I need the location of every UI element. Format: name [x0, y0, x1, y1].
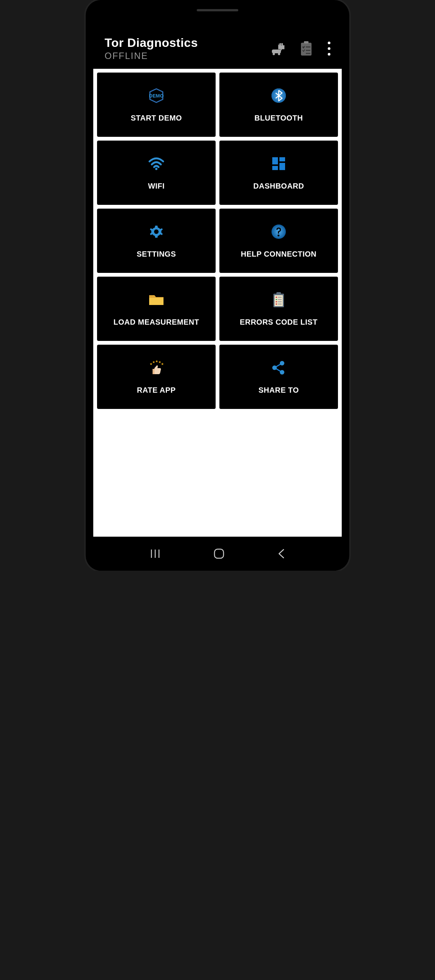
wifi-icon — [148, 155, 165, 172]
svg-point-5 — [278, 53, 280, 55]
svg-text:★: ★ — [155, 360, 158, 363]
dashboard-icon — [271, 155, 286, 172]
tile-label: ERRORS CODE LIST — [240, 318, 318, 326]
tile-label: HELP CONNECTION — [241, 250, 316, 259]
home-button[interactable] — [213, 548, 225, 559]
svg-point-44 — [272, 366, 277, 370]
svg-rect-27 — [276, 297, 277, 298]
svg-rect-9 — [306, 46, 310, 48]
rate-app-tile[interactable]: ★ ★ ★ ★ ★ RATE APP — [97, 345, 216, 409]
svg-point-15 — [155, 168, 157, 170]
tile-label: RATE APP — [137, 386, 176, 395]
svg-rect-1 — [280, 43, 281, 46]
clipboard-errors-icon — [272, 291, 286, 308]
empty-space — [97, 409, 338, 533]
share-to-tile[interactable]: SHARE TO — [219, 345, 338, 409]
svg-rect-17 — [279, 157, 285, 161]
rate-icon: ★ ★ ★ ★ ★ — [147, 360, 165, 376]
svg-point-22 — [278, 234, 279, 236]
svg-text:★: ★ — [152, 360, 155, 364]
gear-icon — [149, 223, 164, 240]
svg-point-20 — [154, 229, 159, 234]
svg-rect-16 — [272, 157, 278, 164]
svg-rect-40 — [152, 369, 154, 374]
screen: Tor Diagnostics OFFLINE — [93, 8, 342, 571]
header-actions — [270, 40, 330, 57]
menu-grid: DEMO START DEMO BLUETOOTH — [97, 73, 338, 409]
svg-rect-34 — [278, 304, 282, 305]
dashboard-tile[interactable]: DASHBOARD — [219, 141, 338, 205]
svg-text:★: ★ — [161, 362, 164, 366]
tile-label: START DEMO — [131, 114, 182, 123]
svg-rect-11 — [306, 53, 310, 54]
connection-status: OFFLINE — [105, 51, 198, 61]
svg-point-4 — [273, 53, 275, 55]
app-header: Tor Diagnostics OFFLINE — [93, 30, 342, 69]
svg-rect-31 — [276, 301, 277, 302]
svg-rect-0 — [279, 46, 284, 49]
main-content: DEMO START DEMO BLUETOOTH — [93, 69, 342, 537]
svg-rect-26 — [276, 292, 281, 295]
svg-rect-8 — [304, 41, 308, 43]
svg-rect-19 — [279, 163, 285, 170]
svg-rect-30 — [278, 299, 282, 300]
tile-label: SETTINGS — [137, 250, 176, 259]
demo-icon: DEMO — [147, 87, 166, 104]
header-titles: Tor Diagnostics OFFLINE — [105, 36, 198, 61]
svg-rect-3 — [272, 49, 281, 53]
svg-text:DEMO: DEMO — [149, 93, 164, 99]
svg-rect-29 — [276, 299, 277, 300]
errors-code-list-tile[interactable]: ERRORS CODE LIST — [219, 277, 338, 341]
bluetooth-icon — [271, 87, 286, 104]
svg-point-45 — [280, 370, 284, 375]
tile-label: LOAD MEASUREMENT — [114, 318, 199, 326]
svg-rect-23 — [149, 298, 164, 305]
tile-label: SHARE TO — [259, 386, 299, 395]
tile-label: DASHBOARD — [253, 182, 304, 191]
help-connection-tile[interactable]: HELP CONNECTION — [219, 208, 338, 273]
folder-icon — [148, 291, 165, 308]
tile-label: BLUETOOTH — [254, 114, 303, 123]
settings-tile[interactable]: SETTINGS — [97, 208, 216, 273]
svg-rect-49 — [214, 549, 224, 558]
recents-button[interactable] — [150, 549, 160, 558]
svg-rect-2 — [282, 43, 283, 46]
load-measurement-tile[interactable]: LOAD MEASUREMENT — [97, 277, 216, 341]
start-demo-tile[interactable]: DEMO START DEMO — [97, 73, 216, 137]
svg-rect-33 — [276, 304, 277, 305]
svg-rect-28 — [278, 297, 282, 298]
obd-connector-icon[interactable] — [270, 41, 285, 56]
phone-frame: Tor Diagnostics OFFLINE — [86, 0, 349, 571]
overflow-menu-button[interactable] — [328, 40, 330, 57]
help-icon — [271, 223, 286, 240]
svg-rect-10 — [306, 50, 310, 51]
wifi-tile[interactable]: WIFI — [97, 141, 216, 205]
back-button[interactable] — [278, 548, 285, 559]
svg-rect-32 — [278, 301, 282, 302]
svg-rect-18 — [272, 166, 278, 170]
app-title: Tor Diagnostics — [105, 36, 198, 50]
svg-point-43 — [280, 361, 284, 366]
system-nav-bar — [93, 537, 342, 571]
task-list-icon[interactable] — [300, 41, 313, 56]
bluetooth-tile[interactable]: BLUETOOTH — [219, 73, 338, 137]
tile-label: WIFI — [148, 182, 165, 191]
share-icon — [271, 360, 287, 376]
phone-speaker — [197, 9, 238, 11]
